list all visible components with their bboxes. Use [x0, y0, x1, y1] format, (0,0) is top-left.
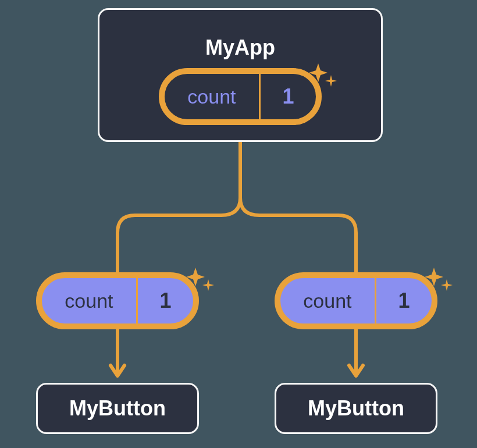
state-label: count: [165, 74, 259, 119]
prop-value: 1: [136, 278, 193, 323]
child-title: MyButton: [69, 396, 166, 421]
child-prop-pill: count 1: [36, 272, 199, 329]
parent-component-box: MyApp count 1: [98, 8, 383, 142]
prop-value: 1: [375, 278, 432, 323]
child-prop-pill: count 1: [275, 272, 437, 329]
child-component-box: MyButton: [36, 383, 199, 434]
child-title: MyButton: [308, 396, 404, 421]
state-value: 1: [259, 74, 316, 119]
prop-pill: count 1: [36, 272, 199, 329]
parent-state-pill: count 1: [159, 68, 322, 125]
child-component-box: MyButton: [275, 383, 437, 434]
prop-label: count: [280, 278, 375, 323]
prop-pill: count 1: [275, 272, 437, 329]
parent-title: MyApp: [205, 35, 275, 60]
prop-label: count: [42, 278, 136, 323]
